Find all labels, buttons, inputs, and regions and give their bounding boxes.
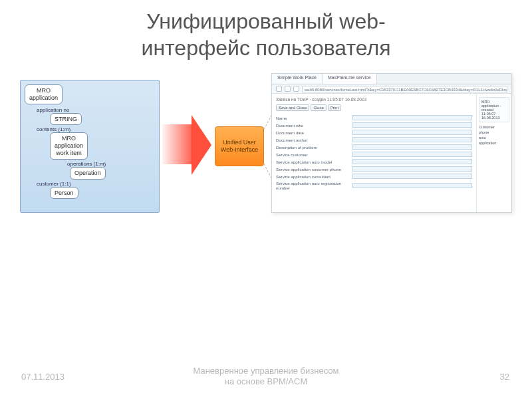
- form-field-input[interactable]: [352, 174, 472, 179]
- tree-label-application-no: application no: [37, 107, 69, 113]
- form-field-label: Document author: [276, 138, 352, 142]
- browser-tab[interactable]: MasPlanLine service: [323, 74, 377, 84]
- browser-tab[interactable]: Simple Work Place: [272, 74, 323, 84]
- form-row: Service application auto model: [276, 159, 472, 164]
- tree-node-operation: Operation: [70, 167, 106, 180]
- form-row: Document author: [276, 137, 472, 142]
- form-row: Service customer: [276, 152, 472, 157]
- side-item: application: [479, 141, 509, 145]
- form-field-label: Service application consultant: [276, 174, 352, 179]
- form-field-label: Service application auto registration nu…: [276, 181, 352, 190]
- form-field-input[interactable]: [352, 152, 472, 157]
- form-row: Description of problem: [276, 144, 472, 150]
- browser-tab-bar: Simple Work Place MasPlanLine service: [272, 74, 511, 84]
- form-field-label: Service customer: [276, 152, 352, 157]
- form-row: Name: [276, 115, 472, 120]
- form-field-input[interactable]: [352, 166, 472, 172]
- side-item: phone: [479, 130, 509, 134]
- unified-interface-box: Unified User Web-Interface: [215, 126, 264, 166]
- title-line-2: интерфейс пользователя: [142, 36, 391, 60]
- form-field-label: Document who: [276, 123, 352, 128]
- address-bar: web5:8080/services/forceLast.html?dkey=C…: [272, 84, 511, 94]
- back-icon[interactable]: [276, 86, 282, 92]
- form-field-input[interactable]: [352, 159, 472, 164]
- form-panel: Заявка на ТОиР · создан 11:05:07 16.08.2…: [272, 94, 477, 212]
- tree-node-string: STRING: [50, 113, 82, 126]
- form-field-input[interactable]: [352, 183, 472, 188]
- tree-label-contents: contents (1:m): [37, 126, 70, 132]
- form-field-input[interactable]: [352, 137, 472, 142]
- side-header: MRO application - created 11:05:07 16.08…: [479, 97, 509, 122]
- tree-node-work-item: MRO application work item: [50, 132, 88, 159]
- form-toolbar: Save and Close Close Print: [276, 104, 472, 111]
- url-input[interactable]: web5:8080/services/forceLast.html?dkey=C…: [302, 86, 507, 92]
- tree-node-root: MRO application: [25, 84, 63, 104]
- side-panel: MRO application - created 11:05:07 16.08…: [477, 94, 511, 212]
- page-body: Заявка на ТОиР · создан 11:05:07 16.08.2…: [272, 94, 511, 212]
- forward-icon[interactable]: [285, 86, 291, 92]
- save-close-button[interactable]: Save and Close: [276, 104, 309, 111]
- footer-page-number: 32: [500, 372, 509, 382]
- slide-title: Унифицированный web- интерфейс пользоват…: [0, 0, 532, 61]
- form-field-label: Description of problem: [276, 145, 352, 150]
- form-row: Document who: [276, 122, 472, 128]
- form-field-label: Service application auto model: [276, 160, 352, 164]
- title-line-1: Унифицированный web-: [146, 9, 385, 33]
- close-button[interactable]: Close: [311, 104, 326, 111]
- browser-window: Simple Work Place MasPlanLine service we…: [271, 73, 512, 213]
- transform-arrow-icon: [162, 116, 212, 173]
- form-field-label: Document date: [276, 130, 352, 135]
- print-button[interactable]: Print: [328, 104, 341, 111]
- form-row: Document date: [276, 130, 472, 135]
- footer-caption: Маневренное управление бизнесом на основ…: [0, 366, 532, 388]
- form-row: Service application auto registration nu…: [276, 181, 472, 190]
- reload-icon[interactable]: [293, 86, 299, 92]
- diagram-area: MRO application application no STRING co…: [20, 80, 512, 226]
- tree-label-operations: operations (1:m): [67, 161, 106, 167]
- form-header: Заявка на ТОиР · создан 11:05:07 16.08.2…: [276, 97, 472, 102]
- form-field-input[interactable]: [352, 115, 472, 120]
- form-field-input[interactable]: [352, 144, 472, 150]
- form-field-label: Service application customer phone: [276, 167, 352, 172]
- form-field-label: Name: [276, 116, 352, 120]
- side-item: auto: [479, 136, 509, 140]
- form-field-input[interactable]: [352, 122, 472, 128]
- tree-label-customer: customer (1:1): [37, 181, 71, 187]
- model-tree-panel: MRO application application no STRING co…: [20, 80, 160, 213]
- form-row: Service application customer phone: [276, 166, 472, 172]
- side-item: Customer: [479, 125, 509, 129]
- tree-node-person: Person: [50, 187, 78, 200]
- form-row: Service application consultant: [276, 174, 472, 179]
- form-field-input[interactable]: [352, 130, 472, 135]
